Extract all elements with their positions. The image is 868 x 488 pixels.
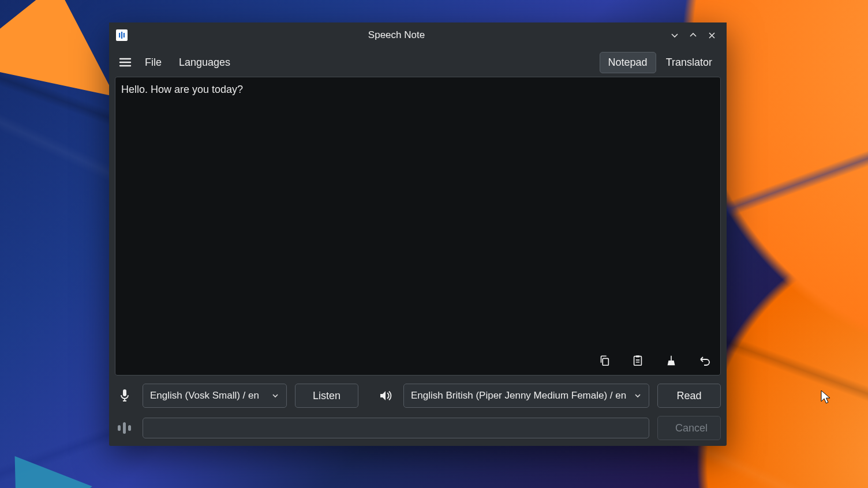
hamburger-button[interactable]	[115, 52, 136, 73]
cancel-label: Cancel	[675, 422, 708, 434]
mode-translator[interactable]: Translator	[657, 52, 721, 73]
paste-button[interactable]	[629, 352, 646, 369]
note-textarea[interactable]: Hello. How are you today?	[115, 77, 721, 376]
close-icon	[708, 31, 716, 40]
chevron-down-icon	[634, 392, 642, 400]
status-row: Cancel	[115, 416, 721, 440]
clear-format-button[interactable]	[663, 352, 680, 369]
maximize-button[interactable]	[684, 26, 702, 44]
broom-icon	[665, 354, 678, 367]
speaker-icon	[376, 389, 395, 402]
svg-rect-2	[124, 33, 125, 37]
mode-notepad[interactable]: Notepad	[600, 52, 656, 73]
stt-model-select[interactable]: English (Vosk Small) / en	[143, 384, 287, 408]
tts-model-select[interactable]: English British (Piper Jenny Medium Fema…	[403, 384, 649, 408]
app-window: Speech Note File Languages Notepad Trans…	[109, 22, 727, 446]
cancel-button[interactable]: Cancel	[657, 416, 721, 440]
read-button[interactable]: Read	[657, 384, 721, 408]
undo-button[interactable]	[696, 352, 713, 369]
app-icon	[116, 29, 128, 41]
wallpaper-shape	[0, 430, 92, 488]
copy-button[interactable]	[596, 352, 613, 369]
content-area: Hello. How are you today?	[109, 77, 727, 446]
listen-button[interactable]: Listen	[295, 384, 358, 408]
svg-rect-4	[634, 356, 642, 366]
svg-rect-5	[636, 355, 639, 357]
menu-languages[interactable]: Languages	[171, 53, 238, 72]
svg-rect-0	[119, 33, 120, 37]
controls-row: English (Vosk Small) / en Listen English…	[115, 382, 721, 409]
svg-rect-3	[603, 358, 608, 365]
listen-label: Listen	[313, 390, 341, 402]
svg-rect-9	[128, 425, 131, 431]
svg-rect-7	[118, 425, 121, 431]
audio-level-icon	[115, 421, 134, 436]
close-button[interactable]	[702, 26, 721, 44]
stt-model-value: English (Vosk Small) / en	[150, 390, 259, 401]
copy-icon	[598, 354, 611, 367]
progress-bar	[143, 418, 649, 438]
minimize-button[interactable]	[665, 26, 684, 44]
svg-rect-8	[123, 422, 126, 434]
svg-rect-6	[123, 389, 126, 396]
chevron-down-icon	[271, 392, 279, 400]
undo-icon	[698, 354, 712, 367]
menubar: File Languages Notepad Translator	[109, 48, 727, 77]
paste-icon	[631, 354, 644, 367]
chevron-down-icon	[670, 31, 679, 40]
menu-file[interactable]: File	[137, 53, 170, 72]
tts-model-value: English British (Piper Jenny Medium Fema…	[411, 390, 626, 401]
svg-rect-1	[121, 32, 122, 39]
hamburger-icon	[119, 57, 132, 67]
note-text: Hello. How are you today?	[121, 84, 243, 95]
mic-icon	[115, 389, 134, 403]
chevron-up-icon	[689, 31, 698, 40]
read-label: Read	[676, 390, 701, 402]
textbox-toolbar	[596, 352, 713, 369]
titlebar[interactable]: Speech Note	[109, 22, 727, 48]
window-title: Speech Note	[128, 29, 665, 41]
